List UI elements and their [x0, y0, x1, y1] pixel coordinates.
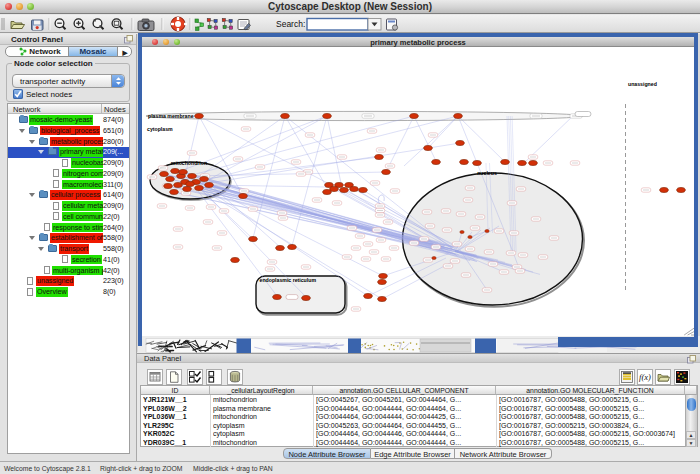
svg-text:cytoplasm: cytoplasm [147, 126, 173, 132]
svg-text:mitochondrion: mitochondrion [171, 160, 207, 166]
svg-text:unassigned: unassigned [628, 81, 657, 87]
svg-text:nucleus: nucleus [477, 170, 497, 176]
svg-text:plasma membrane: plasma membrane [148, 113, 194, 119]
svg-text:f(x): f(x) [639, 372, 651, 382]
svg-text:Search:: Search: [276, 19, 305, 29]
svg-text:endoplasmic reticulum: endoplasmic reticulum [260, 277, 317, 283]
